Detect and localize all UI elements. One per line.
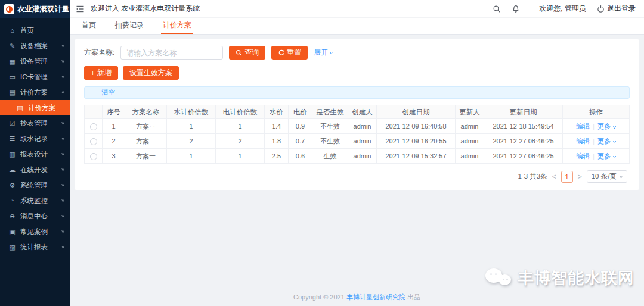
plan-name-label: 方案名称: — [84, 48, 114, 58]
chevron-down-icon: ∨ — [612, 140, 617, 145]
app-logo[interactable]: 农业灌溉双计量 — [0, 0, 70, 18]
brand-watermark-text: 丰博智能水联网 — [518, 267, 634, 289]
tab-1[interactable]: 扣费记录 — [113, 18, 145, 34]
expand-filters-link[interactable]: 展开 ∨ — [314, 48, 333, 58]
sidebar-item-report-design[interactable]: ▥报表设计∨ — [0, 146, 70, 162]
column-header: 创建日期 — [377, 105, 456, 119]
more-link[interactable]: 更多 ∨ — [597, 123, 616, 130]
edit-link[interactable]: 编辑 — [576, 138, 590, 145]
row-radio[interactable] — [90, 138, 97, 145]
chevron-down-icon: ∨ — [61, 167, 65, 172]
more-link[interactable]: 更多 ∨ — [597, 152, 616, 160]
sidebar-subitem-label: 计价方案 — [28, 104, 70, 113]
sidebar-item-label: 抄表管理 — [20, 119, 61, 128]
logout-label: 退出登录 — [607, 4, 636, 14]
chevron-down-icon: ∨ — [61, 245, 65, 249]
logout-button[interactable]: 退出登录 — [597, 4, 636, 14]
action-separator: | — [593, 123, 595, 130]
set-active-plan-button[interactable]: 设置生效方案 — [123, 66, 179, 80]
table-cell: 方案一 — [125, 149, 167, 164]
welcome-text: 欢迎进入 农业灌溉水电双计量系统 — [91, 4, 200, 14]
row-select-cell — [85, 149, 103, 164]
table-cell: 0.9 — [289, 119, 312, 134]
add-button[interactable]: + 新增 — [84, 66, 118, 80]
action-row: + 新增 设置生效方案 — [84, 66, 630, 80]
pricing-plan-table: 序号方案名称水计价倍数电计价倍数水价电价是否生效创建人创建日期更新人更新日期操作… — [84, 105, 630, 164]
next-page-button[interactable]: > — [578, 173, 582, 181]
cases-icon: ▣ — [8, 228, 17, 236]
row-select-cell — [85, 134, 103, 149]
sidebar-item-system-management[interactable]: ⚙系统管理∨ — [0, 177, 70, 193]
table-cell: 2021-12-09 16:40:58 — [377, 119, 456, 134]
page-number-button[interactable]: 1 — [561, 171, 573, 183]
chevron-down-icon: ∨ — [61, 43, 65, 48]
sidebar-menu: ⌂首页✎设备档案∨▦设备管理∨▭IC卡管理∨▤计价方案∧▤计价方案☑抄表管理∨☰… — [0, 18, 70, 306]
table-cell: 方案二 — [125, 134, 167, 149]
table-cell: admin — [348, 149, 377, 164]
tab-2[interactable]: 计价方案 — [161, 18, 193, 34]
search-icon[interactable] — [493, 5, 501, 13]
reset-button[interactable]: 重置 — [271, 46, 308, 60]
footer-org-link[interactable]: 丰博计量创新研究院 — [346, 293, 405, 301]
sidebar-item-label: IC卡管理 — [20, 73, 61, 82]
table-cell: admin — [348, 134, 377, 149]
row-radio[interactable] — [90, 123, 97, 130]
topbar: 欢迎进入 农业灌溉水电双计量系统 欢迎您, 管理员 — [70, 0, 644, 18]
home-icon: ⌂ — [8, 27, 17, 34]
content-card: 方案名称: 查询 重置 — [75, 39, 639, 190]
table-cell: 2 — [103, 134, 125, 149]
sidebar-item-device-management[interactable]: ▦设备管理∨ — [0, 54, 70, 69]
sidebar-subitem-pricing-plan-sub[interactable]: ▤计价方案 — [0, 100, 70, 115]
edit-link[interactable]: 编辑 — [576, 152, 590, 160]
chevron-down-icon: ∨ — [329, 51, 334, 55]
sidebar-item-pricing-plan[interactable]: ▤计价方案∧ — [0, 85, 70, 100]
search-button[interactable]: 查询 — [229, 46, 265, 60]
sidebar-item-device-archive[interactable]: ✎设备档案∨ — [0, 38, 70, 54]
table-cell: 1 — [216, 119, 265, 134]
more-link[interactable]: 更多 ∨ — [597, 138, 616, 145]
wechat-icon — [485, 267, 512, 289]
table-cell: 2021-12-09 16:20:55 — [377, 134, 456, 149]
chevron-down-icon: ∨ — [61, 136, 65, 141]
tab-0[interactable]: 首页 — [80, 18, 98, 34]
sidebar-item-online-dev[interactable]: ☁在线开发∨ — [0, 162, 70, 177]
document-icon: ▤ — [8, 89, 17, 96]
clear-selection-link[interactable]: 清空 — [101, 88, 115, 97]
collapse-sidebar-icon[interactable] — [76, 5, 85, 13]
prev-page-button[interactable]: < — [552, 173, 556, 181]
footer: Copyright © 2021 丰博计量创新研究院 出品 — [70, 293, 644, 302]
plan-name-input[interactable] — [120, 46, 223, 60]
page-size-select[interactable]: 10 条/页 ∨ — [587, 170, 627, 183]
chevron-down-icon: ∨ — [61, 74, 65, 79]
bell-icon[interactable] — [512, 5, 520, 13]
edit-link[interactable]: 编辑 — [576, 123, 590, 130]
row-radio[interactable] — [90, 153, 97, 160]
table-cell: 1 — [216, 149, 265, 164]
table-row: 2方案二221.80.7不生效admin2021-12-09 16:20:55a… — [85, 134, 630, 149]
sidebar-item-common-cases[interactable]: ▣常见案例∨ — [0, 224, 70, 239]
sidebar-item-system-monitor[interactable]: ◔系统监控∨ — [0, 193, 70, 208]
sidebar-item-label: 报表设计 — [20, 150, 61, 159]
gear-icon: ⚙ — [8, 182, 17, 189]
list-icon: ☰ — [8, 135, 17, 143]
sidebar-item-message-center[interactable]: ⊖消息中心∨ — [0, 208, 70, 224]
sidebar-item-ic-card-management[interactable]: ▭IC卡管理∨ — [0, 69, 70, 85]
sidebar-item-statistics-report[interactable]: ▨统计报表∨ — [0, 239, 70, 255]
main-area: 欢迎进入 农业灌溉水电双计量系统 欢迎您, 管理员 — [70, 0, 644, 306]
action-separator: | — [593, 152, 595, 160]
table-cell: admin — [348, 119, 377, 134]
sidebar-item-label: 设备档案 — [20, 42, 61, 51]
table-cell: 不生效 — [312, 134, 348, 149]
table-cell: 1 — [103, 119, 125, 134]
column-header: 水计价倍数 — [167, 105, 216, 119]
sidebar-item-label: 取水记录 — [20, 135, 61, 143]
table-row: 1方案三111.40.9不生效admin2021-12-09 16:40:58a… — [85, 119, 630, 134]
column-header: 电计价倍数 — [216, 105, 265, 119]
table-cell: 1.4 — [265, 119, 289, 134]
sidebar-item-label: 在线开发 — [20, 166, 61, 174]
sidebar-item-home[interactable]: ⌂首页 — [0, 23, 70, 38]
sidebar-item-meter-reading[interactable]: ☑抄表管理∨ — [0, 115, 70, 131]
table-cell: 0.6 — [289, 149, 312, 164]
table-cell: admin — [456, 149, 484, 164]
sidebar-item-water-records[interactable]: ☰取水记录∨ — [0, 131, 70, 146]
